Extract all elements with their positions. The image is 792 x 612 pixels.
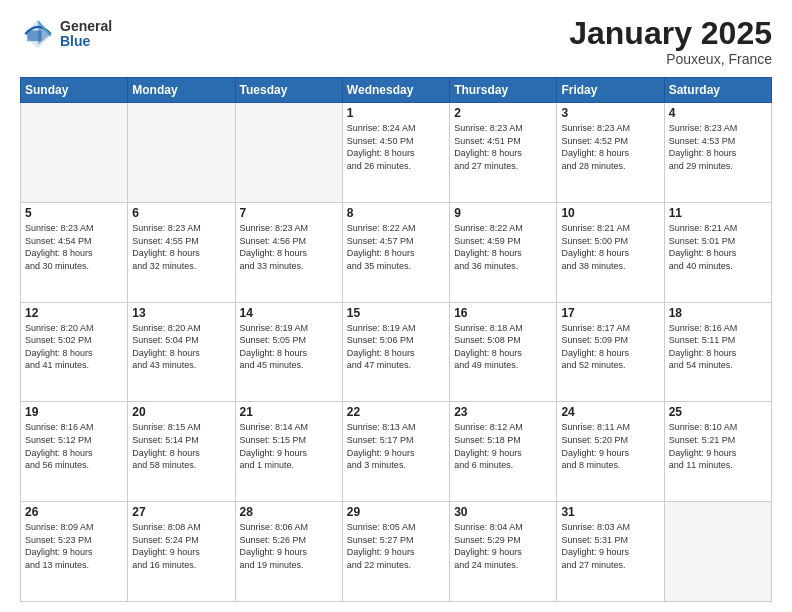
day-info: Sunrise: 8:21 AM Sunset: 5:00 PM Dayligh… [561, 222, 659, 272]
day-number: 25 [669, 405, 767, 419]
day-number: 31 [561, 505, 659, 519]
calendar-cell: 21Sunrise: 8:14 AM Sunset: 5:15 PM Dayli… [235, 402, 342, 502]
day-info: Sunrise: 8:17 AM Sunset: 5:09 PM Dayligh… [561, 322, 659, 372]
day-info: Sunrise: 8:23 AM Sunset: 4:51 PM Dayligh… [454, 122, 552, 172]
calendar-week-row: 12Sunrise: 8:20 AM Sunset: 5:02 PM Dayli… [21, 302, 772, 402]
day-number: 30 [454, 505, 552, 519]
page: General Blue January 2025 Pouxeux, Franc… [0, 0, 792, 612]
calendar-cell: 8Sunrise: 8:22 AM Sunset: 4:57 PM Daylig… [342, 202, 449, 302]
calendar-cell: 13Sunrise: 8:20 AM Sunset: 5:04 PM Dayli… [128, 302, 235, 402]
calendar-cell: 24Sunrise: 8:11 AM Sunset: 5:20 PM Dayli… [557, 402, 664, 502]
location: Pouxeux, France [569, 51, 772, 67]
day-number: 19 [25, 405, 123, 419]
svg-marker-2 [27, 30, 41, 41]
calendar-cell: 3Sunrise: 8:23 AM Sunset: 4:52 PM Daylig… [557, 103, 664, 203]
calendar-cell: 4Sunrise: 8:23 AM Sunset: 4:53 PM Daylig… [664, 103, 771, 203]
day-number: 6 [132, 206, 230, 220]
day-info: Sunrise: 8:21 AM Sunset: 5:01 PM Dayligh… [669, 222, 767, 272]
calendar-cell: 1Sunrise: 8:24 AM Sunset: 4:50 PM Daylig… [342, 103, 449, 203]
calendar-cell: 11Sunrise: 8:21 AM Sunset: 5:01 PM Dayli… [664, 202, 771, 302]
header: General Blue January 2025 Pouxeux, Franc… [20, 16, 772, 67]
day-info: Sunrise: 8:22 AM Sunset: 4:59 PM Dayligh… [454, 222, 552, 272]
day-number: 3 [561, 106, 659, 120]
day-info: Sunrise: 8:03 AM Sunset: 5:31 PM Dayligh… [561, 521, 659, 571]
calendar-cell: 20Sunrise: 8:15 AM Sunset: 5:14 PM Dayli… [128, 402, 235, 502]
day-number: 14 [240, 306, 338, 320]
calendar-cell: 9Sunrise: 8:22 AM Sunset: 4:59 PM Daylig… [450, 202, 557, 302]
calendar-week-row: 5Sunrise: 8:23 AM Sunset: 4:54 PM Daylig… [21, 202, 772, 302]
calendar-cell [128, 103, 235, 203]
day-info: Sunrise: 8:23 AM Sunset: 4:54 PM Dayligh… [25, 222, 123, 272]
day-number: 11 [669, 206, 767, 220]
calendar-cell: 31Sunrise: 8:03 AM Sunset: 5:31 PM Dayli… [557, 502, 664, 602]
day-number: 4 [669, 106, 767, 120]
day-info: Sunrise: 8:23 AM Sunset: 4:56 PM Dayligh… [240, 222, 338, 272]
calendar-week-row: 26Sunrise: 8:09 AM Sunset: 5:23 PM Dayli… [21, 502, 772, 602]
calendar-cell: 14Sunrise: 8:19 AM Sunset: 5:05 PM Dayli… [235, 302, 342, 402]
day-info: Sunrise: 8:09 AM Sunset: 5:23 PM Dayligh… [25, 521, 123, 571]
calendar-cell: 10Sunrise: 8:21 AM Sunset: 5:00 PM Dayli… [557, 202, 664, 302]
day-info: Sunrise: 8:08 AM Sunset: 5:24 PM Dayligh… [132, 521, 230, 571]
day-info: Sunrise: 8:22 AM Sunset: 4:57 PM Dayligh… [347, 222, 445, 272]
title-block: January 2025 Pouxeux, France [569, 16, 772, 67]
day-number: 16 [454, 306, 552, 320]
month-title: January 2025 [569, 16, 772, 51]
calendar-week-row: 1Sunrise: 8:24 AM Sunset: 4:50 PM Daylig… [21, 103, 772, 203]
day-info: Sunrise: 8:04 AM Sunset: 5:29 PM Dayligh… [454, 521, 552, 571]
calendar-cell: 12Sunrise: 8:20 AM Sunset: 5:02 PM Dayli… [21, 302, 128, 402]
day-number: 9 [454, 206, 552, 220]
day-number: 2 [454, 106, 552, 120]
calendar-cell: 7Sunrise: 8:23 AM Sunset: 4:56 PM Daylig… [235, 202, 342, 302]
day-info: Sunrise: 8:11 AM Sunset: 5:20 PM Dayligh… [561, 421, 659, 471]
calendar-cell: 23Sunrise: 8:12 AM Sunset: 5:18 PM Dayli… [450, 402, 557, 502]
calendar-cell: 15Sunrise: 8:19 AM Sunset: 5:06 PM Dayli… [342, 302, 449, 402]
day-number: 10 [561, 206, 659, 220]
day-info: Sunrise: 8:23 AM Sunset: 4:52 PM Dayligh… [561, 122, 659, 172]
day-info: Sunrise: 8:20 AM Sunset: 5:04 PM Dayligh… [132, 322, 230, 372]
calendar-cell: 18Sunrise: 8:16 AM Sunset: 5:11 PM Dayli… [664, 302, 771, 402]
calendar-cell: 30Sunrise: 8:04 AM Sunset: 5:29 PM Dayli… [450, 502, 557, 602]
day-number: 18 [669, 306, 767, 320]
day-number: 12 [25, 306, 123, 320]
day-number: 22 [347, 405, 445, 419]
day-info: Sunrise: 8:19 AM Sunset: 5:06 PM Dayligh… [347, 322, 445, 372]
calendar-cell: 29Sunrise: 8:05 AM Sunset: 5:27 PM Dayli… [342, 502, 449, 602]
day-info: Sunrise: 8:16 AM Sunset: 5:11 PM Dayligh… [669, 322, 767, 372]
calendar-cell: 5Sunrise: 8:23 AM Sunset: 4:54 PM Daylig… [21, 202, 128, 302]
day-info: Sunrise: 8:05 AM Sunset: 5:27 PM Dayligh… [347, 521, 445, 571]
calendar-cell [235, 103, 342, 203]
calendar-cell [664, 502, 771, 602]
calendar-cell: 17Sunrise: 8:17 AM Sunset: 5:09 PM Dayli… [557, 302, 664, 402]
day-info: Sunrise: 8:24 AM Sunset: 4:50 PM Dayligh… [347, 122, 445, 172]
calendar-week-row: 19Sunrise: 8:16 AM Sunset: 5:12 PM Dayli… [21, 402, 772, 502]
day-info: Sunrise: 8:06 AM Sunset: 5:26 PM Dayligh… [240, 521, 338, 571]
day-of-week-header: Sunday [21, 78, 128, 103]
day-info: Sunrise: 8:19 AM Sunset: 5:05 PM Dayligh… [240, 322, 338, 372]
day-of-week-header: Tuesday [235, 78, 342, 103]
calendar-cell: 25Sunrise: 8:10 AM Sunset: 5:21 PM Dayli… [664, 402, 771, 502]
day-number: 26 [25, 505, 123, 519]
calendar-cell: 16Sunrise: 8:18 AM Sunset: 5:08 PM Dayli… [450, 302, 557, 402]
day-number: 5 [25, 206, 123, 220]
day-number: 23 [454, 405, 552, 419]
day-of-week-header: Friday [557, 78, 664, 103]
day-number: 29 [347, 505, 445, 519]
day-info: Sunrise: 8:18 AM Sunset: 5:08 PM Dayligh… [454, 322, 552, 372]
day-info: Sunrise: 8:20 AM Sunset: 5:02 PM Dayligh… [25, 322, 123, 372]
day-number: 13 [132, 306, 230, 320]
calendar-cell: 2Sunrise: 8:23 AM Sunset: 4:51 PM Daylig… [450, 103, 557, 203]
day-info: Sunrise: 8:14 AM Sunset: 5:15 PM Dayligh… [240, 421, 338, 471]
day-of-week-header: Saturday [664, 78, 771, 103]
calendar-cell: 26Sunrise: 8:09 AM Sunset: 5:23 PM Dayli… [21, 502, 128, 602]
calendar-cell: 28Sunrise: 8:06 AM Sunset: 5:26 PM Dayli… [235, 502, 342, 602]
day-number: 1 [347, 106, 445, 120]
day-of-week-header: Thursday [450, 78, 557, 103]
day-number: 20 [132, 405, 230, 419]
calendar-cell: 19Sunrise: 8:16 AM Sunset: 5:12 PM Dayli… [21, 402, 128, 502]
day-number: 8 [347, 206, 445, 220]
day-of-week-header: Wednesday [342, 78, 449, 103]
day-number: 24 [561, 405, 659, 419]
logo: General Blue [20, 16, 112, 52]
day-number: 27 [132, 505, 230, 519]
logo-text: General Blue [60, 19, 112, 50]
